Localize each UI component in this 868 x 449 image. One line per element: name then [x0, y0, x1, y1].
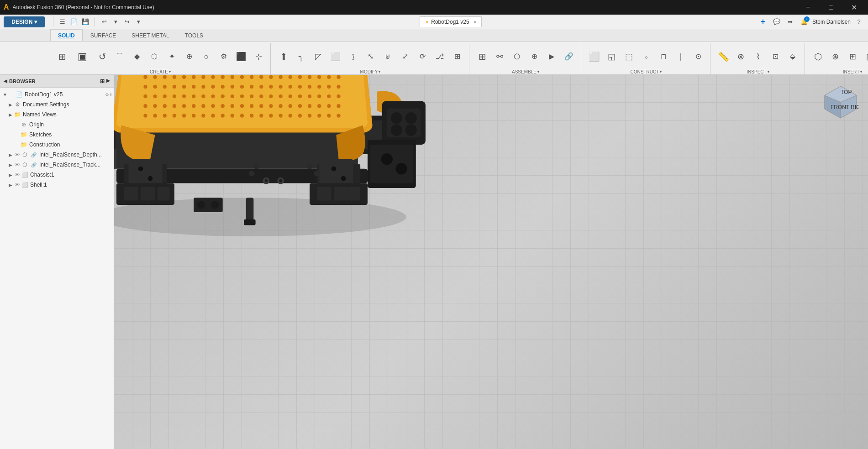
- assemble-label[interactable]: ASSEMBLE ▾: [512, 69, 539, 74]
- tree-document-settings[interactable]: ▶ ⚙ Document Settings: [0, 99, 114, 110]
- sweep-button[interactable]: ⌒: [111, 46, 128, 68]
- inspect-label[interactable]: INSPECT ▾: [747, 69, 769, 74]
- browser-right-arrow-icon[interactable]: ▶: [106, 78, 110, 84]
- help-button[interactable]: ?: [853, 16, 864, 27]
- redo-dropdown-button[interactable]: ▾: [133, 16, 144, 27]
- plane-through-button[interactable]: ⬦: [638, 46, 654, 68]
- draft-button[interactable]: ⟆: [345, 46, 361, 68]
- revolve-button[interactable]: ↺: [94, 46, 110, 68]
- browser-left-arrow-icon[interactable]: ◀: [4, 78, 7, 84]
- insert-label[interactable]: INSERT ▾: [843, 69, 863, 74]
- joint-origin-button[interactable]: ⊕: [526, 46, 542, 68]
- insert-svg-button[interactable]: ⊛: [827, 46, 843, 68]
- combine-button[interactable]: ⊎: [379, 46, 396, 68]
- tree-named-views-arrow[interactable]: ▶: [7, 111, 14, 118]
- tree-construction[interactable]: 📁 Construction: [0, 140, 114, 150]
- tab-sheet-metal[interactable]: SHEET METAL: [124, 29, 177, 41]
- add-button[interactable]: +: [758, 16, 768, 27]
- tree-root-info-icon[interactable]: ℹ: [110, 92, 112, 97]
- document-tab[interactable]: ⚬ RobotDog1 v25 ✕: [420, 16, 481, 27]
- undo-dropdown-button[interactable]: ▾: [110, 16, 121, 27]
- redo-button[interactable]: ↪: [121, 16, 132, 27]
- move2-button[interactable]: ⊹: [250, 46, 267, 68]
- tree-realsense-track-arrow[interactable]: ▶: [7, 162, 14, 168]
- split-face-button[interactable]: ⎇: [431, 46, 448, 68]
- axis-through-button[interactable]: |: [673, 46, 689, 68]
- measure-button[interactable]: 📏: [715, 46, 731, 68]
- interference-button[interactable]: ⊗: [732, 46, 749, 68]
- tree-named-views[interactable]: ▶ 📁 Named Views: [0, 110, 114, 120]
- tab-surface[interactable]: SURFACE: [83, 29, 124, 41]
- loft-button[interactable]: ◆: [129, 46, 145, 68]
- fillet-button[interactable]: ╮: [293, 46, 309, 68]
- create-label[interactable]: CREATE ▾: [150, 69, 171, 74]
- tree-sketches[interactable]: 📁 Sketches: [0, 130, 114, 140]
- extrude-button[interactable]: ▣: [71, 46, 93, 68]
- tree-doc-settings-arrow[interactable]: ▶: [7, 101, 14, 108]
- thread-button[interactable]: ⚙: [216, 46, 232, 68]
- chamfer-button[interactable]: ◸: [310, 46, 326, 68]
- tree-realsense-track[interactable]: ▶ 👁 ⬡ 🔗 Intel_RealSense_Track...: [0, 160, 114, 170]
- section-analysis-button[interactable]: ⊡: [767, 46, 784, 68]
- view-cube[interactable]: TOP FRONT RIGHT: [822, 84, 859, 120]
- minimize-button[interactable]: −: [798, 0, 819, 15]
- tree-shell-arrow[interactable]: ▶: [7, 182, 14, 188]
- drive-joints-button[interactable]: ▶: [543, 46, 560, 68]
- tree-chassis-arrow[interactable]: ▶: [7, 172, 14, 178]
- insert-decal-button[interactable]: ◫: [862, 46, 868, 68]
- midplane-button[interactable]: ⬚: [621, 46, 637, 68]
- box-button[interactable]: ⬛: [233, 46, 249, 68]
- tree-shell[interactable]: ▶ 👁 ⬜ Shell:1: [0, 180, 114, 190]
- motion-link-button[interactable]: 🔗: [561, 46, 577, 68]
- split-body-button[interactable]: ⊞: [449, 46, 465, 68]
- tree-realsense-depth-arrow[interactable]: ▶: [7, 151, 14, 158]
- design-dropdown-button[interactable]: DESIGN ▾: [4, 16, 45, 27]
- replace-face-button[interactable]: ⟳: [414, 46, 431, 68]
- tree-shell-eye-icon[interactable]: 👁: [14, 182, 20, 188]
- emboss-button[interactable]: ⊕: [181, 46, 197, 68]
- tree-realsense-depth[interactable]: ▶ 👁 ⬡ 🔗 Intel_RealSense_Depth...: [0, 150, 114, 160]
- tree-root-visibility-icon[interactable]: [8, 91, 15, 98]
- web-button[interactable]: ✦: [163, 46, 180, 68]
- shell-button[interactable]: ⬜: [327, 46, 344, 68]
- insert-mesh-button[interactable]: ⬡: [810, 46, 826, 68]
- display-settings-button[interactable]: ⬙: [784, 46, 801, 68]
- grid-menu-button[interactable]: ☰: [57, 16, 68, 27]
- tree-chassis[interactable]: ▶ 👁 ⬜ Chassis:1: [0, 170, 114, 180]
- save-button[interactable]: 💾: [80, 16, 91, 27]
- tangent-plane-button[interactable]: ⊓: [655, 46, 672, 68]
- offset-plane-button[interactable]: ⬜: [586, 46, 602, 68]
- feedback-button[interactable]: ➡: [785, 16, 796, 27]
- tree-realsense-track-eye-icon[interactable]: 👁: [14, 162, 20, 168]
- offset-face-button[interactable]: ⤢: [397, 46, 413, 68]
- tree-realsense-depth-eye-icon[interactable]: 👁: [14, 151, 20, 158]
- close-button[interactable]: ✕: [843, 0, 864, 15]
- curvature-button[interactable]: ⌇: [750, 46, 766, 68]
- tree-root-settings-icon[interactable]: ⚙: [105, 92, 109, 97]
- tree-origin[interactable]: ⊕ Origin: [0, 120, 114, 130]
- tab-solid[interactable]: SOLID: [50, 29, 83, 41]
- joint-button[interactable]: ⚯: [491, 46, 508, 68]
- comments-button[interactable]: 💬: [771, 16, 782, 27]
- maximize-button[interactable]: □: [821, 0, 842, 15]
- construct-label[interactable]: CONSTRUCT ▾: [631, 69, 662, 74]
- press-pull-button[interactable]: ⬆: [275, 46, 292, 68]
- tree-chassis-eye-icon[interactable]: 👁: [14, 172, 20, 178]
- tree-root[interactable]: ▼ 📄 RobotDog1 v25 ⚙ ℹ: [0, 89, 114, 99]
- angle-plane-button[interactable]: ◱: [603, 46, 620, 68]
- tab-tools[interactable]: TOOLS: [177, 29, 211, 41]
- file-button[interactable]: 📄: [68, 16, 79, 27]
- rib-button[interactable]: ⬡: [146, 46, 163, 68]
- doc-tab-close-button[interactable]: ✕: [473, 20, 477, 25]
- point-button[interactable]: ⊙: [690, 46, 706, 68]
- tree-root-arrow[interactable]: ▼: [2, 91, 8, 98]
- rigid-group-button[interactable]: ⬡: [509, 46, 525, 68]
- new-component-button[interactable]: ⊞: [54, 46, 70, 68]
- modify-label[interactable]: MODIFY ▾: [360, 69, 381, 74]
- notifications-button[interactable]: 🔔 1: [799, 16, 810, 27]
- viewport[interactable]: X Y Z TOP FRONT RIGHT: [114, 75, 868, 449]
- assemble-new-component-button[interactable]: ⊞: [474, 46, 490, 68]
- undo-button[interactable]: ↩: [99, 16, 110, 27]
- scale-button[interactable]: ⤡: [362, 46, 379, 68]
- hole-button[interactable]: ○: [198, 46, 215, 68]
